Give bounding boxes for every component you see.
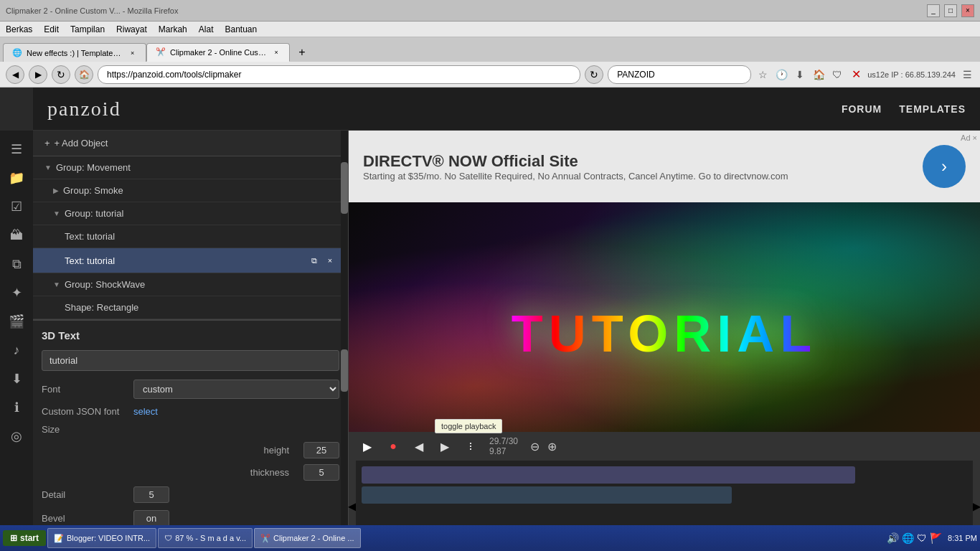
home-nav-icon[interactable]: 🏠 <box>811 67 826 82</box>
taskbar-network-icon[interactable]: 🌐 <box>902 532 914 544</box>
sidebar-music-icon[interactable]: ♪ <box>4 337 29 363</box>
ad-subtitle: Starting at $35/mo. No Satellite Require… <box>363 171 911 182</box>
play-button[interactable]: ▶ <box>357 436 377 456</box>
height-row: height 25 <box>42 442 339 458</box>
objects-scrollbar-thumb[interactable] <box>341 162 348 215</box>
ad-cta-button[interactable]: › <box>923 145 966 188</box>
taskbar-smadav[interactable]: 🛡 87 % - S m a d a v... <box>158 528 253 548</box>
objects-scrollbar[interactable] <box>341 131 348 339</box>
obj-shape-rectangle[interactable]: Shape: Rectangle <box>33 296 348 319</box>
start-button[interactable]: ⊞ start <box>3 530 46 546</box>
refresh-button[interactable]: ↻ <box>52 65 70 84</box>
obj-group-smoke[interactable]: ▶ Group: Smoke <box>33 179 348 202</box>
ad-close-button[interactable]: Ad × <box>961 133 977 142</box>
tab-close-2[interactable]: × <box>272 47 281 57</box>
nav-forum[interactable]: FORUM <box>842 103 882 115</box>
taskbar-blogger[interactable]: 📝 Blogger: VIDEO INTR... <box>47 528 156 548</box>
search-bar[interactable] <box>608 65 751 84</box>
zoom-out-button[interactable]: ⊖ <box>527 438 542 454</box>
sidebar-layers-icon[interactable]: ⧉ <box>4 251 29 277</box>
step-forward-button[interactable]: ▶ <box>435 436 455 456</box>
forward-button[interactable]: ▶ <box>29 65 47 84</box>
sidebar-folder-icon[interactable]: 📁 <box>4 165 29 191</box>
menu-alat[interactable]: Alat <box>199 24 214 34</box>
size-row: Size <box>42 424 339 435</box>
height-value[interactable]: 25 <box>303 442 339 458</box>
custom-json-select[interactable]: select <box>133 406 158 417</box>
new-tab-button[interactable]: + <box>293 43 311 62</box>
obj-text-tutorial-1[interactable]: Text: tutorial <box>33 225 348 248</box>
close-nav-icon[interactable]: ✕ <box>849 67 863 82</box>
sidebar-info-icon[interactable]: ℹ <box>4 395 29 420</box>
shield-icon[interactable]: 🛡 <box>830 67 844 82</box>
zoom-in-button[interactable]: ⊕ <box>544 438 560 454</box>
thickness-label: thickness <box>53 467 298 478</box>
add-object-label: + Add Object <box>55 138 108 149</box>
obj-label-movement: Group: Movement <box>56 162 131 173</box>
add-object-button[interactable]: + + Add Object <box>33 131 348 156</box>
taskbar-flag-icon[interactable]: 🚩 <box>930 532 942 544</box>
taskbar-volume-icon[interactable]: 🔊 <box>887 532 899 544</box>
tab-new-effects[interactable]: 🌐 New effects :) | Template#21... × <box>3 43 146 62</box>
obj-close-button[interactable]: × <box>324 254 336 267</box>
sidebar-star-icon[interactable]: ✦ <box>4 280 29 306</box>
maximize-button[interactable]: □ <box>944 4 957 17</box>
tab-label-2: Clipmaker 2 - Online Custom V... <box>170 48 268 57</box>
font-select[interactable]: customArialTimes New RomanImpact <box>133 380 339 399</box>
close-button[interactable]: × <box>961 4 974 17</box>
history-icon[interactable]: 🕐 <box>774 67 788 82</box>
video-canvas: TUTORIAL <box>349 202 980 432</box>
url-bar[interactable] <box>98 65 580 84</box>
menu-tampilan[interactable]: Tampilan <box>70 24 105 34</box>
obj-copy-button[interactable]: ⧉ <box>308 254 321 267</box>
sidebar-image-icon[interactable]: 🏔 <box>4 222 29 248</box>
menu-markah[interactable]: Markah <box>159 24 187 34</box>
prev-button[interactable]: ◀ <box>409 436 429 456</box>
thickness-value[interactable]: 5 <box>303 464 339 481</box>
menu-nav-icon[interactable]: ☰ <box>960 67 974 82</box>
titlebar-buttons: _ □ × <box>927 4 974 17</box>
reload-button[interactable]: ↻ <box>585 65 603 84</box>
tab-clipmaker[interactable]: ✂️ Clipmaker 2 - Online Custom V... × <box>146 43 290 62</box>
browser-titlebar: Clipmaker 2 - Online Custom V... - Mozil… <box>0 0 980 22</box>
menu-edit[interactable]: Edit <box>44 24 59 34</box>
taskbar-clipmaker[interactable]: ✂️ Clipmaker 2 - Online ... <box>254 528 360 548</box>
minimize-button[interactable]: _ <box>927 4 940 17</box>
bevel-value[interactable]: on <box>133 510 169 527</box>
nav-templates[interactable]: TEMPLATES <box>899 103 966 115</box>
obj-group-movement[interactable]: ▼ Group: Movement <box>33 156 348 179</box>
taskbar-tray-icons: 🔊 🌐 🛡 🚩 <box>887 532 942 544</box>
menu-riwayat[interactable]: Riwayat <box>116 24 147 34</box>
obj-text-tutorial-2[interactable]: Text: tutorial ⧉ × <box>33 248 348 273</box>
obj-group-shockwave[interactable]: ▼ Group: ShockWave <box>33 273 348 296</box>
record-button[interactable]: ● <box>383 436 403 456</box>
tab-close-1[interactable]: × <box>128 48 137 58</box>
toggle-playback-tooltip: toggle playback <box>435 419 502 433</box>
bookmark-icon[interactable]: ☆ <box>755 67 770 82</box>
sidebar-video-icon[interactable]: 🎬 <box>4 309 29 334</box>
sidebar-check-icon[interactable]: ☑ <box>4 194 29 220</box>
sidebar-menu-icon[interactable]: ☰ <box>4 136 29 162</box>
browser-menubar: Berkas Edit Tampilan Riwayat Markah Alat… <box>0 22 980 37</box>
props-scrollbar-thumb[interactable] <box>341 349 348 392</box>
menu-berkas[interactable]: Berkas <box>6 24 32 34</box>
sidebar-download-icon[interactable]: ⬇ <box>4 366 29 392</box>
menu-bantuan[interactable]: Bantuan <box>225 24 257 34</box>
panzoid-header: panzoid FORUM TEMPLATES <box>33 88 980 131</box>
properties-panel: 3D Text Font customArialTimes New RomanI… <box>33 319 348 551</box>
sidebar-circle-icon[interactable]: ◎ <box>4 423 29 449</box>
props-scrollbar[interactable] <box>341 339 348 551</box>
download-nav-icon[interactable]: ⬇ <box>793 67 807 82</box>
taskbar: ⊞ start 📝 Blogger: VIDEO INTR... 🛡 87 % … <box>0 525 980 551</box>
waveform-button[interactable]: ⫶ <box>461 436 481 456</box>
taskbar-antivirus-icon[interactable]: 🛡 <box>917 532 927 544</box>
expand-icon-smoke: ▶ <box>53 187 59 194</box>
home-button[interactable]: 🏠 <box>75 65 93 84</box>
text-value-input[interactable] <box>42 350 339 371</box>
detail-value[interactable]: 5 <box>133 486 169 503</box>
playback-controls: ▶ ● ◀ ▶ toggle playback ⫶ 29.7/30 9.87 ⊖… <box>349 432 980 461</box>
obj-item-actions: ⧉ × <box>308 254 336 267</box>
back-button[interactable]: ◀ <box>6 65 24 84</box>
obj-group-tutorial[interactable]: ▼ Group: tutorial <box>33 202 348 225</box>
tab-favicon-2: ✂️ <box>156 47 166 57</box>
